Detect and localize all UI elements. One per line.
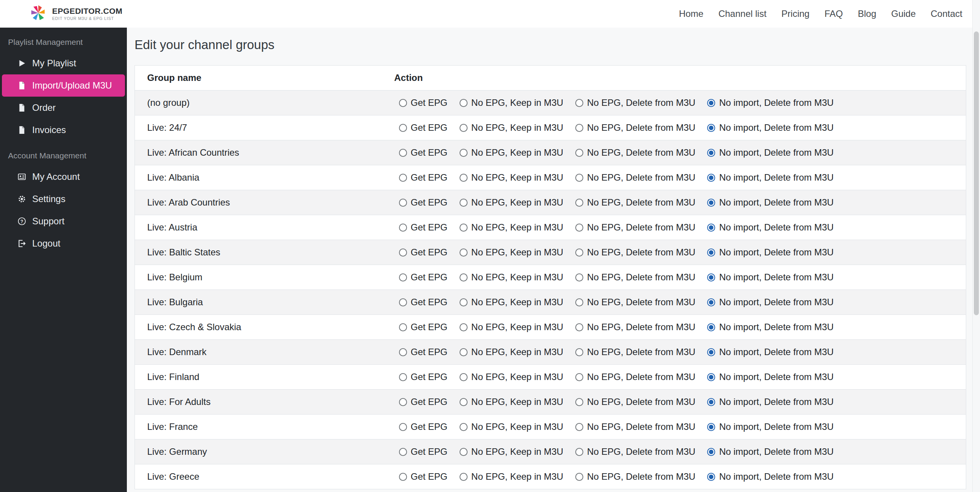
radio-option[interactable]: No EPG, Keep in M3U [460, 172, 563, 183]
radio-option[interactable]: Get EPG [399, 197, 448, 208]
radio-input[interactable] [460, 149, 468, 157]
radio-option[interactable]: Get EPG [399, 347, 448, 357]
nav-link-blog[interactable]: Blog [858, 8, 876, 19]
radio-option[interactable]: No EPG, Delete from M3U [575, 147, 696, 158]
radio-option[interactable]: Get EPG [399, 397, 448, 407]
radio-input[interactable] [399, 199, 407, 207]
radio-input[interactable] [460, 273, 468, 281]
sidebar-item-support[interactable]: ?Support [2, 210, 125, 232]
radio-option[interactable]: No EPG, Delete from M3U [575, 197, 696, 208]
nav-link-faq[interactable]: FAQ [824, 8, 843, 19]
radio-input[interactable] [575, 373, 583, 381]
radio-option[interactable]: No import, Delete from M3U [707, 446, 834, 457]
radio-option[interactable]: No import, Delete from M3U [707, 272, 834, 283]
radio-input[interactable] [460, 448, 468, 456]
radio-input[interactable] [575, 323, 583, 331]
radio-input[interactable] [460, 348, 468, 356]
radio-input[interactable] [575, 99, 583, 107]
radio-input[interactable] [575, 248, 583, 257]
radio-option[interactable]: No EPG, Delete from M3U [575, 372, 696, 382]
radio-option[interactable]: No EPG, Delete from M3U [575, 97, 696, 108]
radio-input[interactable] [460, 373, 468, 381]
radio-option[interactable]: Get EPG [399, 372, 448, 382]
radio-option[interactable]: No EPG, Delete from M3U [575, 272, 696, 283]
radio-input[interactable] [707, 423, 715, 431]
sidebar-item-settings[interactable]: Settings [2, 188, 125, 210]
radio-option[interactable]: No EPG, Delete from M3U [575, 347, 696, 357]
radio-input[interactable] [399, 448, 407, 456]
sidebar-item-import-upload-m3u[interactable]: Import/Upload M3U [2, 74, 125, 97]
radio-input[interactable] [399, 99, 407, 107]
radio-input[interactable] [460, 124, 468, 132]
radio-option[interactable]: Get EPG [399, 297, 448, 308]
radio-input[interactable] [575, 448, 583, 456]
radio-input[interactable] [575, 149, 583, 157]
radio-option[interactable]: No EPG, Delete from M3U [575, 297, 696, 308]
radio-input[interactable] [399, 149, 407, 157]
radio-option[interactable]: No EPG, Keep in M3U [460, 397, 563, 407]
radio-input[interactable] [707, 124, 715, 132]
radio-input[interactable] [460, 99, 468, 107]
radio-option[interactable]: No import, Delete from M3U [707, 297, 834, 308]
radio-option[interactable]: Get EPG [399, 247, 448, 258]
radio-option[interactable]: No import, Delete from M3U [707, 322, 834, 332]
radio-option[interactable]: No EPG, Keep in M3U [460, 147, 563, 158]
radio-option[interactable]: Get EPG [399, 322, 448, 332]
radio-option[interactable]: No EPG, Keep in M3U [460, 197, 563, 208]
radio-option[interactable]: No EPG, Delete from M3U [575, 397, 696, 407]
radio-option[interactable]: Get EPG [399, 272, 448, 283]
radio-option[interactable]: No import, Delete from M3U [707, 471, 834, 482]
radio-input[interactable] [575, 174, 583, 182]
radio-input[interactable] [575, 273, 583, 281]
radio-option[interactable]: Get EPG [399, 471, 448, 482]
radio-input[interactable] [460, 473, 468, 481]
radio-option[interactable]: No EPG, Keep in M3U [460, 272, 563, 283]
radio-option[interactable]: No import, Delete from M3U [707, 247, 834, 258]
radio-option[interactable]: Get EPG [399, 122, 448, 133]
radio-option[interactable]: Get EPG [399, 97, 448, 108]
radio-option[interactable]: No import, Delete from M3U [707, 421, 834, 432]
radio-option[interactable]: No EPG, Delete from M3U [575, 446, 696, 457]
radio-option[interactable]: No import, Delete from M3U [707, 197, 834, 208]
radio-option[interactable]: No EPG, Delete from M3U [575, 322, 696, 332]
radio-input[interactable] [707, 224, 715, 232]
radio-option[interactable]: No EPG, Delete from M3U [575, 421, 696, 432]
radio-input[interactable] [460, 423, 468, 431]
nav-link-home[interactable]: Home [679, 8, 703, 19]
sidebar-item-invoices[interactable]: Invoices [2, 119, 125, 141]
radio-input[interactable] [707, 323, 715, 331]
radio-input[interactable] [707, 199, 715, 207]
radio-option[interactable]: No EPG, Keep in M3U [460, 421, 563, 432]
sidebar-item-logout[interactable]: Logout [2, 232, 125, 255]
sidebar-item-my-playlist[interactable]: My Playlist [2, 52, 125, 74]
brand-logo[interactable]: EPGEDITOR.COM EDIT YOUR M3U & EPG LIST [0, 5, 127, 23]
radio-option[interactable]: No EPG, Keep in M3U [460, 222, 563, 233]
radio-input[interactable] [575, 224, 583, 232]
radio-input[interactable] [399, 174, 407, 182]
radio-option[interactable]: No import, Delete from M3U [707, 122, 834, 133]
radio-option[interactable]: No EPG, Delete from M3U [575, 471, 696, 482]
sidebar-item-order[interactable]: Order [2, 97, 125, 119]
scrollbar[interactable] [972, 0, 980, 492]
radio-option[interactable]: No import, Delete from M3U [707, 347, 834, 357]
radio-input[interactable] [399, 323, 407, 331]
radio-option[interactable]: No import, Delete from M3U [707, 397, 834, 407]
radio-input[interactable] [707, 373, 715, 381]
radio-input[interactable] [707, 149, 715, 157]
radio-input[interactable] [575, 298, 583, 306]
radio-input[interactable] [575, 398, 583, 406]
radio-input[interactable] [707, 99, 715, 107]
radio-option[interactable]: No EPG, Delete from M3U [575, 172, 696, 183]
radio-input[interactable] [707, 174, 715, 182]
radio-input[interactable] [399, 298, 407, 306]
radio-option[interactable]: No EPG, Keep in M3U [460, 372, 563, 382]
radio-input[interactable] [399, 124, 407, 132]
scrollbar-thumb[interactable] [974, 31, 979, 315]
radio-option[interactable]: Get EPG [399, 172, 448, 183]
radio-option[interactable]: No import, Delete from M3U [707, 222, 834, 233]
radio-option[interactable]: No EPG, Delete from M3U [575, 222, 696, 233]
radio-option[interactable]: No EPG, Delete from M3U [575, 247, 696, 258]
nav-link-contact[interactable]: Contact [931, 8, 962, 19]
radio-input[interactable] [707, 248, 715, 257]
radio-input[interactable] [460, 323, 468, 331]
